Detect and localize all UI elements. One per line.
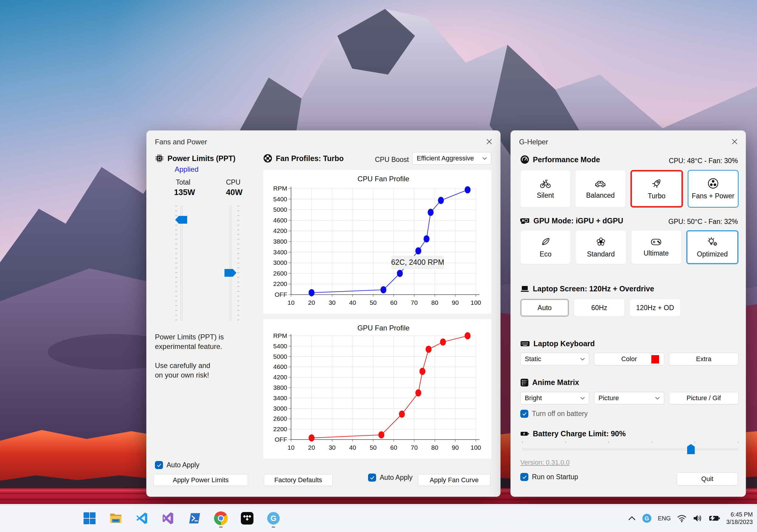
gauge-icon xyxy=(520,155,529,164)
battery-slider-track[interactable] xyxy=(522,448,739,450)
battery-slider-ticks xyxy=(522,441,739,443)
ultimate-gpu-button[interactable]: Ultimate xyxy=(631,230,681,264)
checkbox-checked-icon xyxy=(155,461,163,469)
apply-fan-curve-button[interactable]: Apply Fan Curve xyxy=(418,474,491,486)
taskbar: G G ENG xyxy=(0,504,757,532)
wifi-icon[interactable] xyxy=(677,514,687,522)
chevron-down-icon xyxy=(580,397,585,400)
svg-text:CPU Fan Profile: CPU Fan Profile xyxy=(358,175,409,183)
factory-defaults-button[interactable]: Factory Defaults xyxy=(264,474,333,486)
svg-text:2200: 2200 xyxy=(273,280,287,287)
optimized-gpu-button[interactable]: Optimized xyxy=(686,230,739,264)
chevron-down-icon xyxy=(482,157,487,160)
chevron-down-icon xyxy=(580,358,585,360)
volume-icon[interactable] xyxy=(693,514,703,523)
eco-gpu-button[interactable]: Eco xyxy=(520,230,571,264)
turbo-mode-button[interactable]: Turbo xyxy=(630,170,683,208)
fan-icon xyxy=(708,178,719,189)
power-limits-header: Power Limits (PPT) xyxy=(155,154,235,163)
svg-text:100: 100 xyxy=(470,299,481,306)
start-button[interactable] xyxy=(80,507,99,529)
svg-text:20: 20 xyxy=(308,444,315,451)
silent-mode-button[interactable]: Silent xyxy=(520,170,570,208)
fan-profiles-header: Fan Profiles: Turbo xyxy=(263,154,344,163)
screen-120hz-od-button[interactable]: 120Hz + OD xyxy=(629,299,681,317)
laptop-icon xyxy=(520,285,529,293)
vscode-button[interactable] xyxy=(133,507,152,529)
terminal-button[interactable] xyxy=(185,507,204,529)
cpu-chip-icon xyxy=(155,154,164,163)
rocket-icon xyxy=(651,178,662,189)
picture-gif-button[interactable]: Picture / Gif xyxy=(669,392,739,405)
svg-text:5000: 5000 xyxy=(273,206,287,213)
bulb-gear-icon xyxy=(706,237,718,247)
cpu-label: CPU xyxy=(226,178,241,186)
svg-text:50: 50 xyxy=(370,299,377,306)
svg-text:70: 70 xyxy=(411,299,418,306)
anime-matrix-header: Anime Matrix xyxy=(520,378,579,387)
close-button[interactable] xyxy=(485,137,494,146)
total-value: 135W xyxy=(174,188,195,197)
keyboard-extra-button[interactable]: Extra xyxy=(669,353,739,365)
version-link[interactable]: Version: 0.31.0.0 xyxy=(520,459,569,466)
power-auto-apply-checkbox[interactable]: Auto Apply xyxy=(155,461,199,469)
fan-auto-apply-checkbox[interactable]: Auto Apply xyxy=(368,474,412,482)
quit-button[interactable]: Quit xyxy=(677,472,738,486)
gpu-mode-header: GPU Mode: iGPU + dGPU xyxy=(520,216,623,225)
battery-icon xyxy=(520,431,529,437)
ghelper-tray-icon[interactable]: G xyxy=(642,513,652,523)
cpu-boost-dropdown[interactable]: Efficient Aggressive xyxy=(412,152,491,165)
svg-text:3400: 3400 xyxy=(273,395,287,401)
fans-and-power-window: Fans and Power Pow xyxy=(146,130,500,497)
clock[interactable]: 6:45 PM 3/18/2023 xyxy=(726,511,753,526)
gpu-fan-chart-panel[interactable]: GPU Fan Profile102030405060708090100OFF2… xyxy=(263,319,491,459)
total-slider-ticks xyxy=(175,206,178,320)
language-indicator[interactable]: ENG xyxy=(658,515,671,522)
matrix-content-dropdown[interactable]: Picture xyxy=(594,392,664,405)
fan-profiles-title: Fan Profiles: Turbo xyxy=(276,154,344,163)
g-helper-window: G-Helper Performance Mode CPU: 48°C - Fa… xyxy=(510,130,746,497)
laptop-keyboard-header: Laptop Keyboard xyxy=(520,339,595,348)
standard-gpu-button[interactable]: Standard xyxy=(576,230,626,264)
fans-power-mode-button[interactable]: Fans + Power xyxy=(688,170,739,208)
gpu-fan-chart: GPU Fan Profile102030405060708090100OFF2… xyxy=(263,319,491,459)
power-limits-title: Power Limits (PPT) xyxy=(167,154,235,163)
running-indicator xyxy=(219,526,223,528)
close-button[interactable] xyxy=(730,137,739,146)
close-icon xyxy=(485,138,493,146)
screen-60hz-button[interactable]: 60Hz xyxy=(574,299,625,317)
cpu-fan-chart-panel[interactable]: CPU Fan Profile102030405060708090100OFF2… xyxy=(263,170,491,314)
vscode-icon xyxy=(136,512,149,525)
running-indicator xyxy=(272,526,275,528)
cpu-slider-handle[interactable] xyxy=(225,269,236,277)
file-explorer-button[interactable] xyxy=(106,507,125,529)
matrix-brightness-dropdown[interactable]: Bright xyxy=(520,392,589,405)
cpu-slider-track[interactable] xyxy=(229,205,232,321)
keyboard-mode-dropdown[interactable]: Static xyxy=(520,353,589,365)
windows-start-icon xyxy=(83,512,96,525)
svg-text:3800: 3800 xyxy=(273,238,287,245)
tray-chevron-up-icon[interactable] xyxy=(628,516,636,521)
cpu-value: 40W xyxy=(226,188,243,197)
svg-text:70: 70 xyxy=(411,444,418,451)
chrome-button[interactable] xyxy=(211,507,230,529)
visual-studio-button[interactable] xyxy=(159,507,178,529)
balanced-mode-button[interactable]: Balanced xyxy=(575,170,625,208)
tidal-button[interactable] xyxy=(238,507,257,529)
keyboard-color-button[interactable]: Color xyxy=(594,353,664,365)
run-on-startup-checkbox[interactable]: Run on Startup xyxy=(520,473,578,481)
turn-off-on-battery-checkbox[interactable]: Turn off on battery xyxy=(520,410,588,418)
fan-icon xyxy=(263,154,272,163)
ghelper-button[interactable]: G xyxy=(264,507,283,529)
checkbox-checked-icon xyxy=(520,410,528,418)
battery-slider-handle[interactable] xyxy=(687,444,695,454)
cpu-fan-chart: CPU Fan Profile102030405060708090100OFF2… xyxy=(263,170,491,314)
power-limits-panel: Power Limits (PPT) Applied Total CPU 135… xyxy=(155,131,257,496)
gpu-temp-fan-status: GPU: 50°C - Fan: 32% xyxy=(668,218,738,226)
screen-auto-button[interactable]: Auto xyxy=(520,299,569,317)
svg-text:50: 50 xyxy=(370,444,377,451)
apply-power-limits-button[interactable]: Apply Power Limits xyxy=(153,474,248,486)
battery-tray-icon[interactable] xyxy=(709,515,720,521)
svg-text:60: 60 xyxy=(390,299,397,306)
svg-text:40: 40 xyxy=(349,299,356,306)
